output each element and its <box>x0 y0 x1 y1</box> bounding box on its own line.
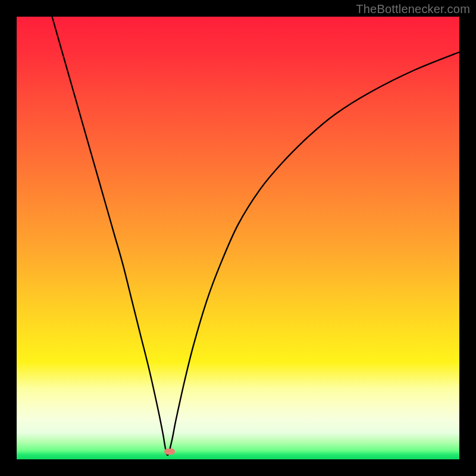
curve-svg <box>17 17 459 459</box>
plot-area <box>17 17 459 459</box>
chart-frame: TheBottlenecker.com <box>0 0 476 476</box>
bottleneck-curve <box>52 17 459 455</box>
notch-marker <box>164 449 175 455</box>
credit-label: TheBottlenecker.com <box>356 2 470 16</box>
